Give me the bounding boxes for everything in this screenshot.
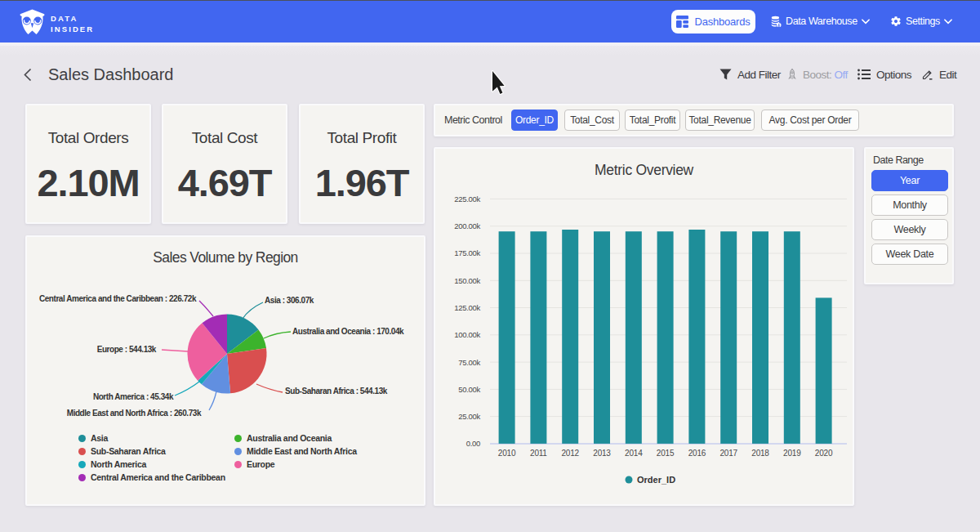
svg-text:2012: 2012 <box>561 449 579 458</box>
svg-text:175.00k: 175.00k <box>454 248 480 257</box>
svg-text:2011: 2011 <box>530 449 547 458</box>
svg-text:125.00k: 125.00k <box>454 303 480 312</box>
svg-text:75.00k: 75.00k <box>458 358 480 367</box>
svg-text:25.00k: 25.00k <box>458 412 480 421</box>
svg-text:50.00k: 50.00k <box>458 385 480 394</box>
svg-text:Order_ID: Order_ID <box>637 475 675 485</box>
svg-text:225.00k: 225.00k <box>454 194 480 203</box>
svg-text:2013: 2013 <box>593 449 611 458</box>
svg-text:2017: 2017 <box>719 449 737 458</box>
svg-text:100.00k: 100.00k <box>454 330 480 339</box>
svg-text:2019: 2019 <box>783 449 801 458</box>
svg-text:2020: 2020 <box>815 449 833 458</box>
svg-text:0.00: 0.00 <box>466 439 480 448</box>
svg-text:2014: 2014 <box>625 449 643 458</box>
svg-text:2016: 2016 <box>688 449 706 458</box>
svg-text:150.00k: 150.00k <box>454 276 480 285</box>
svg-text:2018: 2018 <box>751 449 769 458</box>
svg-text:200.00k: 200.00k <box>454 221 480 230</box>
svg-text:2015: 2015 <box>657 449 675 458</box>
svg-text:2010: 2010 <box>498 449 516 458</box>
